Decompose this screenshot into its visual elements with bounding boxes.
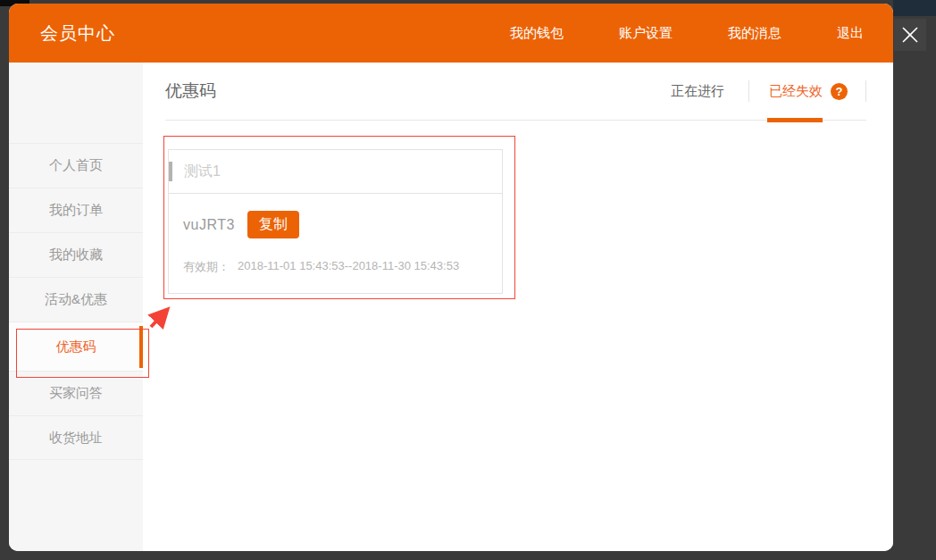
question-icon[interactable]: ? bbox=[831, 83, 848, 100]
validity-value: 2018-11-01 15:43:53--2018-11-30 15:43:53 bbox=[238, 259, 459, 275]
nav-my-messages[interactable]: 我的消息 bbox=[728, 25, 781, 42]
sidebar-item-orders[interactable]: 我的订单 bbox=[9, 188, 143, 232]
validity-label: 有效期： bbox=[183, 259, 230, 275]
coupon-card-body: vuJRT3 复制 有效期： 2018-11-01 15:43:53--2018… bbox=[169, 194, 502, 293]
sidebar: 个人首页 我的订单 我的收藏 活动&优惠 优惠码 买家问答 bbox=[9, 63, 143, 551]
close-icon bbox=[900, 25, 920, 45]
dialog-title: 会员中心 bbox=[40, 21, 115, 46]
status-tabs: 正在进行 已经失效 ? bbox=[671, 63, 866, 120]
active-tab-underline bbox=[767, 118, 823, 122]
sidebar-item-favorites[interactable]: 我的收藏 bbox=[9, 232, 143, 277]
nav-my-wallet[interactable]: 我的钱包 bbox=[510, 25, 564, 42]
coupon-name: 测试1 bbox=[184, 163, 221, 181]
nav-account-settings[interactable]: 账户设置 bbox=[619, 25, 673, 42]
main-content: 优惠码 正在进行 已经失效 ? bbox=[143, 63, 893, 551]
nav-logout[interactable]: 退出 bbox=[837, 25, 864, 42]
sidebar-item-label: 我的收藏 bbox=[49, 247, 103, 263]
member-center-dialog: 会员中心 我的钱包 账户设置 我的消息 退出 个人首页 我的订单 我的收藏 bbox=[9, 4, 893, 551]
sidebar-item-shipping-address[interactable]: 收货地址 bbox=[9, 415, 143, 460]
main-header: 优惠码 正在进行 已经失效 ? bbox=[165, 63, 866, 121]
sidebar-spacer bbox=[9, 63, 143, 143]
tab-divider bbox=[865, 80, 866, 102]
sidebar-item-label: 活动&优惠 bbox=[45, 291, 107, 308]
validity-period: 有效期： 2018-11-01 15:43:53--2018-11-30 15:… bbox=[183, 259, 488, 275]
sidebar-item-home[interactable]: 个人首页 bbox=[9, 143, 143, 188]
page-title: 优惠码 bbox=[165, 79, 216, 103]
sidebar-item-label: 优惠码 bbox=[56, 339, 96, 355]
tab-expired[interactable]: 已经失效 ? bbox=[749, 63, 865, 120]
coupon-card-header: 测试1 bbox=[169, 150, 502, 194]
dialog-header: 会员中心 我的钱包 账户设置 我的消息 退出 bbox=[9, 4, 893, 63]
sidebar-item-label: 买家问答 bbox=[49, 385, 103, 402]
tab-label: 正在进行 bbox=[671, 83, 724, 100]
sidebar-item-label: 我的订单 bbox=[49, 202, 103, 219]
tab-ongoing[interactable]: 正在进行 bbox=[671, 83, 748, 100]
sidebar-item-activities[interactable]: 活动&优惠 bbox=[9, 277, 143, 322]
backdrop-page-fragment-top bbox=[893, 0, 936, 16]
coupon-card: 测试1 vuJRT3 复制 有效期： 2018-11-01 15:43:53--… bbox=[168, 149, 503, 294]
coupon-code: vuJRT3 bbox=[183, 217, 235, 233]
tab-label: 已经失效 bbox=[769, 83, 823, 100]
sidebar-item-label: 个人首页 bbox=[49, 157, 103, 174]
sidebar-item-label: 收货地址 bbox=[49, 430, 103, 447]
top-nav: 我的钱包 账户设置 我的消息 退出 bbox=[455, 25, 864, 42]
coupon-name-marker bbox=[169, 162, 172, 181]
sidebar-item-coupon-code[interactable]: 优惠码 bbox=[9, 322, 143, 371]
copy-button[interactable]: 复制 bbox=[247, 211, 299, 238]
close-button[interactable] bbox=[894, 19, 926, 51]
sidebar-item-buyer-qa[interactable]: 买家问答 bbox=[9, 371, 143, 415]
